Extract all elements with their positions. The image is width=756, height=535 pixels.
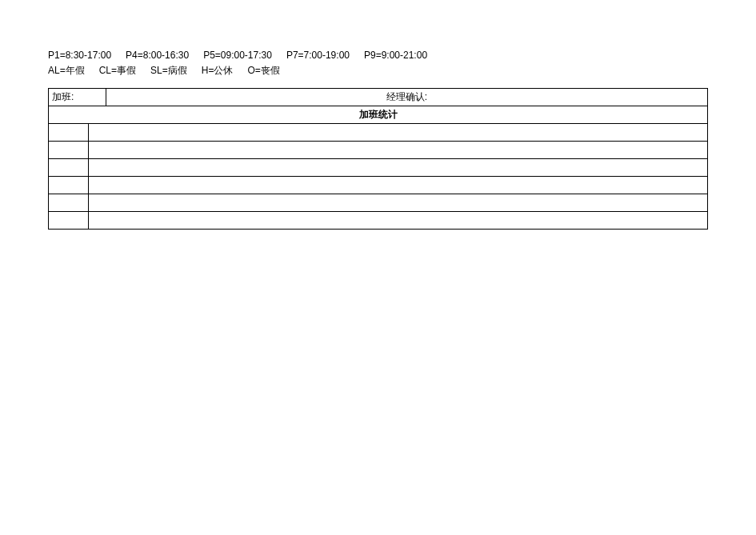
data-cell (89, 177, 708, 194)
data-cell (89, 142, 708, 159)
data-cell (49, 124, 89, 142)
section-title-row: 加班统计 (49, 106, 708, 124)
shift-code-p4: P4=8:00-16:30 (126, 48, 189, 63)
data-cell (49, 142, 89, 159)
table-row (49, 194, 708, 212)
data-cell (49, 194, 89, 212)
section-title-cell: 加班统计 (49, 106, 708, 124)
data-cell (49, 159, 89, 177)
shift-code-p1: P1=8:30-17:00 (48, 48, 111, 63)
data-cell (49, 177, 89, 194)
data-cell (89, 212, 708, 230)
table-row (49, 142, 708, 159)
table-row (49, 124, 708, 142)
tables-wrap: 加班: 经理确认: 加班统计 (48, 88, 708, 230)
shift-code-p7: P7=7:00-19:00 (286, 48, 350, 63)
table-row (49, 177, 708, 194)
data-cell (89, 159, 708, 177)
legend-block: P1=8:30-17:00 P4=8:00-16:30 P5=09:00-17:… (48, 48, 708, 78)
leave-code-sl: SL=病假 (150, 63, 187, 78)
document-page: P1=8:30-17:00 P4=8:00-16:30 P5=09:00-17:… (0, 0, 756, 230)
data-cell (89, 124, 708, 142)
header-table: 加班: 经理确认: 加班统计 (48, 88, 708, 124)
table-row (49, 212, 708, 230)
overtime-confirm-row: 加班: 经理确认: (49, 89, 708, 106)
manager-confirm-cell: 经理确认: (106, 89, 708, 106)
shift-code-p9: P9=9:00-21:00 (364, 48, 427, 63)
data-cell (89, 194, 708, 212)
shift-code-p5: P5=09:00-17:30 (203, 48, 272, 63)
table-row (49, 159, 708, 177)
leave-code-al: AL=年假 (48, 63, 85, 78)
leave-legend-row: AL=年假 CL=事假 SL=病假 H=公休 O=丧假 (48, 63, 708, 78)
overtime-data-table (48, 123, 708, 230)
leave-code-h: H=公休 (202, 63, 234, 78)
data-cell (49, 212, 89, 230)
overtime-label-cell: 加班: (49, 89, 106, 106)
leave-code-cl: CL=事假 (99, 63, 136, 78)
shift-legend-row: P1=8:30-17:00 P4=8:00-16:30 P5=09:00-17:… (48, 48, 708, 63)
leave-code-o: O=丧假 (247, 63, 279, 78)
